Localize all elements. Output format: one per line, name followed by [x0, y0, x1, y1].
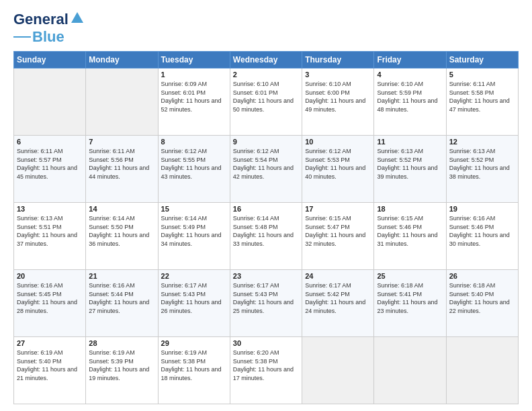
day-info: Sunrise: 6:14 AM Sunset: 5:50 PM Dayligh…: [89, 214, 154, 248]
calendar-cell: 12Sunrise: 6:13 AM Sunset: 5:52 PM Dayli…: [446, 136, 518, 203]
calendar-cell: 6Sunrise: 6:11 AM Sunset: 5:57 PM Daylig…: [14, 136, 86, 203]
day-info: Sunrise: 6:10 AM Sunset: 6:01 PM Dayligh…: [233, 80, 299, 113]
logo: General Blue: [13, 11, 85, 46]
day-number: 30: [233, 339, 299, 347]
calendar-cell: 28Sunrise: 6:19 AM Sunset: 5:39 PM Dayli…: [86, 337, 158, 404]
day-info: Sunrise: 6:19 AM Sunset: 5:39 PM Dayligh…: [89, 349, 154, 382]
day-info: Sunrise: 6:11 AM Sunset: 5:56 PM Dayligh…: [89, 147, 154, 181]
day-number: 25: [377, 272, 443, 280]
calendar-cell: [302, 337, 374, 404]
day-info: Sunrise: 6:10 AM Sunset: 5:59 PM Dayligh…: [377, 80, 443, 113]
day-info: Sunrise: 6:12 AM Sunset: 5:55 PM Dayligh…: [161, 147, 227, 181]
day-number: 26: [449, 272, 515, 280]
calendar-cell: 16Sunrise: 6:14 AM Sunset: 5:48 PM Dayli…: [230, 203, 302, 270]
calendar-cell: 13Sunrise: 6:13 AM Sunset: 5:51 PM Dayli…: [14, 203, 86, 270]
day-info: Sunrise: 6:11 AM Sunset: 5:57 PM Dayligh…: [17, 147, 83, 181]
svg-marker-0: [71, 12, 83, 23]
calendar-cell: 9Sunrise: 6:12 AM Sunset: 5:54 PM Daylig…: [230, 136, 302, 203]
calendar-cell: 5Sunrise: 6:11 AM Sunset: 5:58 PM Daylig…: [446, 68, 518, 136]
page: General Blue SundayMondayTuesdayWednesda…: [0, 0, 532, 411]
calendar-cell: 23Sunrise: 6:17 AM Sunset: 5:43 PM Dayli…: [230, 270, 302, 337]
day-number: 17: [305, 205, 371, 213]
logo-blue: Blue: [32, 28, 64, 46]
day-number: 18: [377, 205, 443, 213]
day-info: Sunrise: 6:15 AM Sunset: 5:46 PM Dayligh…: [377, 214, 443, 248]
day-number: 11: [377, 138, 443, 146]
day-info: Sunrise: 6:18 AM Sunset: 5:40 PM Dayligh…: [449, 281, 515, 315]
day-info: Sunrise: 6:13 AM Sunset: 5:51 PM Dayligh…: [17, 214, 83, 248]
day-info: Sunrise: 6:14 AM Sunset: 5:48 PM Dayligh…: [233, 214, 299, 248]
calendar-cell: 14Sunrise: 6:14 AM Sunset: 5:50 PM Dayli…: [86, 203, 158, 270]
day-number: 12: [449, 138, 515, 146]
day-number: 16: [233, 205, 299, 213]
calendar-cell: 30Sunrise: 6:20 AM Sunset: 5:38 PM Dayli…: [230, 337, 302, 404]
day-info: Sunrise: 6:17 AM Sunset: 5:43 PM Dayligh…: [161, 281, 227, 315]
calendar-cell: 18Sunrise: 6:15 AM Sunset: 5:46 PM Dayli…: [374, 203, 446, 270]
calendar-cell: 26Sunrise: 6:18 AM Sunset: 5:40 PM Dayli…: [446, 270, 518, 337]
calendar-week-4: 20Sunrise: 6:16 AM Sunset: 5:45 PM Dayli…: [14, 270, 519, 337]
calendar-week-1: 1Sunrise: 6:09 AM Sunset: 6:01 PM Daylig…: [14, 68, 519, 136]
day-info: Sunrise: 6:17 AM Sunset: 5:42 PM Dayligh…: [305, 281, 371, 315]
day-info: Sunrise: 6:20 AM Sunset: 5:38 PM Dayligh…: [233, 349, 299, 382]
day-number: 2: [233, 71, 299, 79]
day-number: 13: [17, 205, 83, 213]
day-number: 27: [17, 339, 83, 347]
day-info: Sunrise: 6:16 AM Sunset: 5:44 PM Dayligh…: [89, 281, 154, 315]
calendar-cell: 29Sunrise: 6:19 AM Sunset: 5:38 PM Dayli…: [158, 337, 230, 404]
day-header-tuesday: Tuesday: [158, 52, 230, 68]
day-info: Sunrise: 6:10 AM Sunset: 6:00 PM Dayligh…: [305, 80, 371, 113]
day-info: Sunrise: 6:19 AM Sunset: 5:38 PM Dayligh…: [161, 349, 227, 382]
day-number: 23: [233, 272, 299, 280]
calendar-cell: 1Sunrise: 6:09 AM Sunset: 6:01 PM Daylig…: [158, 68, 230, 136]
calendar-cell: 17Sunrise: 6:15 AM Sunset: 5:47 PM Dayli…: [302, 203, 374, 270]
day-number: 21: [89, 272, 154, 280]
calendar-table: SundayMondayTuesdayWednesdayThursdayFrid…: [13, 51, 519, 404]
day-number: 5: [449, 71, 515, 79]
calendar-cell: 2Sunrise: 6:10 AM Sunset: 6:01 PM Daylig…: [230, 68, 302, 136]
day-info: Sunrise: 6:14 AM Sunset: 5:49 PM Dayligh…: [161, 214, 227, 248]
day-header-thursday: Thursday: [302, 52, 374, 68]
calendar-header-row: SundayMondayTuesdayWednesdayThursdayFrid…: [14, 52, 519, 68]
calendar-week-2: 6Sunrise: 6:11 AM Sunset: 5:57 PM Daylig…: [14, 136, 519, 203]
day-number: 3: [305, 71, 371, 79]
logo-icon: [70, 11, 85, 26]
day-info: Sunrise: 6:17 AM Sunset: 5:43 PM Dayligh…: [233, 281, 299, 315]
day-header-monday: Monday: [86, 52, 158, 68]
day-number: 20: [17, 272, 83, 280]
day-header-sunday: Sunday: [14, 52, 86, 68]
day-info: Sunrise: 6:13 AM Sunset: 5:52 PM Dayligh…: [449, 147, 515, 181]
calendar-week-5: 27Sunrise: 6:19 AM Sunset: 5:40 PM Dayli…: [14, 337, 519, 404]
day-number: 9: [233, 138, 299, 146]
logo-general: General: [13, 11, 69, 28]
day-number: 6: [17, 138, 83, 146]
calendar-cell: 24Sunrise: 6:17 AM Sunset: 5:42 PM Dayli…: [302, 270, 374, 337]
day-info: Sunrise: 6:11 AM Sunset: 5:58 PM Dayligh…: [449, 80, 515, 113]
day-header-friday: Friday: [374, 52, 446, 68]
calendar-cell: 4Sunrise: 6:10 AM Sunset: 5:59 PM Daylig…: [374, 68, 446, 136]
day-number: 7: [89, 138, 154, 146]
day-info: Sunrise: 6:13 AM Sunset: 5:52 PM Dayligh…: [377, 147, 443, 181]
day-header-saturday: Saturday: [446, 52, 518, 68]
day-number: 1: [161, 71, 227, 79]
day-number: 22: [161, 272, 227, 280]
day-number: 28: [89, 339, 154, 347]
day-number: 8: [161, 138, 227, 146]
calendar-cell: 15Sunrise: 6:14 AM Sunset: 5:49 PM Dayli…: [158, 203, 230, 270]
calendar-cell: [86, 68, 158, 136]
day-info: Sunrise: 6:12 AM Sunset: 5:54 PM Dayligh…: [233, 147, 299, 181]
calendar-cell: 3Sunrise: 6:10 AM Sunset: 6:00 PM Daylig…: [302, 68, 374, 136]
calendar-cell: 11Sunrise: 6:13 AM Sunset: 5:52 PM Dayli…: [374, 136, 446, 203]
day-info: Sunrise: 6:12 AM Sunset: 5:53 PM Dayligh…: [305, 147, 371, 181]
day-number: 24: [305, 272, 371, 280]
day-info: Sunrise: 6:16 AM Sunset: 5:46 PM Dayligh…: [449, 214, 515, 248]
day-info: Sunrise: 6:19 AM Sunset: 5:40 PM Dayligh…: [17, 349, 83, 382]
day-number: 10: [305, 138, 371, 146]
calendar-cell: 10Sunrise: 6:12 AM Sunset: 5:53 PM Dayli…: [302, 136, 374, 203]
calendar-cell: 19Sunrise: 6:16 AM Sunset: 5:46 PM Dayli…: [446, 203, 518, 270]
header: General Blue: [13, 11, 519, 46]
calendar-cell: 25Sunrise: 6:18 AM Sunset: 5:41 PM Dayli…: [374, 270, 446, 337]
day-number: 4: [377, 71, 443, 79]
calendar-week-3: 13Sunrise: 6:13 AM Sunset: 5:51 PM Dayli…: [14, 203, 519, 270]
day-info: Sunrise: 6:15 AM Sunset: 5:47 PM Dayligh…: [305, 214, 371, 248]
calendar-cell: 20Sunrise: 6:16 AM Sunset: 5:45 PM Dayli…: [14, 270, 86, 337]
